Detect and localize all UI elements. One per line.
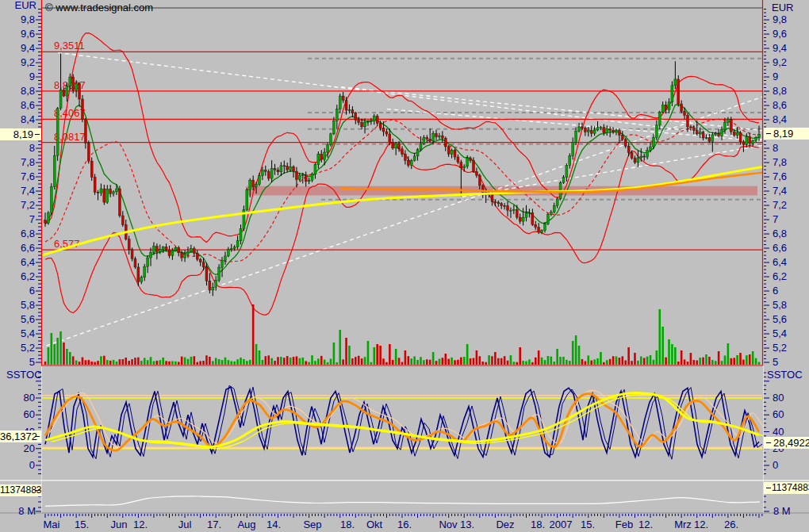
price-tick-label-left: 6,8 <box>21 228 35 239</box>
price-tick-label-right: 8,8 <box>773 85 787 97</box>
price-tick-label-left: 8 <box>29 142 35 154</box>
x-axis-label: 15. <box>581 519 595 530</box>
price-tick-label-right: 6,2 <box>773 270 787 282</box>
x-axis-label: 12. <box>694 519 708 530</box>
price-tick-label-left: 5,2 <box>21 342 35 354</box>
price-tick-label-right: 7,8 <box>773 156 787 168</box>
price-tick-label-left: 7 <box>29 213 35 225</box>
price-tick-label-left: 6,2 <box>21 270 35 282</box>
price-tick-label-left: 8,8 <box>21 85 35 97</box>
x-axis-label: Nov <box>439 519 458 530</box>
stoch-tick-label-left: 60 <box>24 408 35 420</box>
x-axis-label: 18. <box>340 519 355 530</box>
x-axis-label: 16. <box>397 519 412 530</box>
price-tick-label-right: 5,4 <box>773 327 787 339</box>
price-tick-label-left: 7,8 <box>21 156 35 168</box>
price-tick-label-right: 5,8 <box>773 299 787 311</box>
stoch-tick-label-left: 20 <box>24 442 35 454</box>
price-tick-label-left: 7,4 <box>21 185 35 197</box>
price-tick-label-left: 9,2 <box>21 56 35 68</box>
last-price-box-right: 8,19 <box>764 128 809 140</box>
price-level-label: 9,3511 <box>54 40 85 52</box>
price-tick-label-left: 5,6 <box>21 313 35 325</box>
volume-axis-tick-left: 8 M <box>0 506 36 517</box>
x-axis-label: Mai <box>44 519 60 530</box>
volume-value-box-right: 11374883 <box>764 482 809 494</box>
price-tick-label-right: 5 <box>773 356 778 368</box>
price-tick-label-right: 9,6 <box>773 28 787 40</box>
x-axis-label: Sep <box>303 519 321 530</box>
price-tick-label-right: 7,6 <box>773 170 787 182</box>
price-tick-label-left: 9,6 <box>21 28 35 40</box>
price-tick-label-left: 5 <box>29 356 35 368</box>
price-tick-label-left: 5,4 <box>21 327 35 339</box>
price-tick-label-left: 8,6 <box>21 99 35 111</box>
volume-axis-tick-right: 8 M <box>773 506 791 517</box>
stoch-panel-label-left: SSTOC <box>6 369 42 381</box>
stoch-panel-label-right: SSTOC <box>767 369 803 381</box>
copyright-watermark: © www.tradesignal.com <box>45 2 153 13</box>
x-axis-label: Mrz <box>674 519 692 530</box>
price-tick-label-right: 9,2 <box>773 56 787 68</box>
price-tick-label-right: 7 <box>773 213 778 225</box>
stoch-value-box-left: 36,1372 <box>0 431 41 442</box>
stoch-tick-label-left: 0 <box>29 459 35 471</box>
stoch-tick-label-right: 0 <box>773 459 778 471</box>
x-axis-label: Jul <box>178 519 192 530</box>
price-tick-label-left: 9 <box>29 71 35 82</box>
x-axis-label: Dez <box>496 519 514 530</box>
price-tick-label-right: 6,4 <box>773 256 787 268</box>
window-background <box>0 0 809 532</box>
x-axis-label: 26. <box>724 519 738 530</box>
x-axis-label: 2007 <box>550 519 573 530</box>
price-tick-label-right: 6,6 <box>773 242 787 254</box>
price-tick-label-right: 7,2 <box>773 199 787 211</box>
stoch-tick-label-right: 40 <box>773 426 784 438</box>
chart-canvas[interactable]: 9,89,89,69,69,49,49,29,2998,88,88,68,68,… <box>0 0 809 532</box>
price-tick-label-right: 6,8 <box>773 228 787 239</box>
tradesignal-chart-window: 9,89,89,69,69,49,49,29,2998,88,88,68,68,… <box>0 0 809 532</box>
price-tick-label-right: 5,6 <box>773 313 787 325</box>
price-tick-label-right: 9,8 <box>773 13 787 25</box>
stoch-tick-label-right: 80 <box>773 392 784 404</box>
x-axis-label: Aug <box>237 519 255 530</box>
price-tick-label-left: 6 <box>29 285 35 297</box>
x-axis-label: Jun <box>111 519 128 530</box>
volume-value-box-left: 11374883 <box>0 484 41 496</box>
x-axis-label: Feb <box>615 519 633 530</box>
x-axis-label: 15. <box>75 519 89 530</box>
last-price-box-left: 8,19 <box>0 128 41 140</box>
price-tick-label-left: 7,6 <box>21 170 35 182</box>
price-tick-label-left: 7,2 <box>21 199 35 211</box>
right-axis-currency-label: EUR <box>772 2 793 13</box>
price-tick-label-right: 8,4 <box>773 113 787 125</box>
price-tick-label-left: 8,4 <box>21 113 35 125</box>
price-tick-label-right: 8,6 <box>773 99 787 111</box>
price-tick-label-left: 9,8 <box>21 13 35 25</box>
x-axis-label: 17. <box>207 519 221 530</box>
price-tick-label-right: 9,4 <box>773 42 787 54</box>
left-axis-currency-label: EUR <box>0 0 36 11</box>
price-tick-label-left: 6,4 <box>21 256 35 268</box>
x-axis-label: 12. <box>133 519 148 530</box>
price-tick-label-right: 8 <box>773 142 778 154</box>
price-tick-label-right: 6 <box>773 285 778 297</box>
price-tick-label-right: 5,2 <box>773 342 787 354</box>
price-tick-label-right: 9 <box>773 71 778 82</box>
x-axis-label: Okt <box>366 519 383 530</box>
x-axis-label: 18. <box>531 519 545 530</box>
x-axis-label: 14. <box>266 519 281 530</box>
stoch-value-box-right: 28,4922 <box>764 437 809 449</box>
x-axis-label: 12. <box>638 519 653 530</box>
price-tick-label-left: 5,8 <box>21 299 35 311</box>
price-tick-label-left: 6,6 <box>21 242 35 254</box>
stoch-tick-label-right: 60 <box>773 408 784 420</box>
stoch-tick-label-left: 80 <box>24 392 35 404</box>
price-tick-label-left: 9,4 <box>21 42 35 54</box>
x-axis-label: 13. <box>460 519 474 530</box>
price-tick-label-right: 7,4 <box>773 185 787 197</box>
